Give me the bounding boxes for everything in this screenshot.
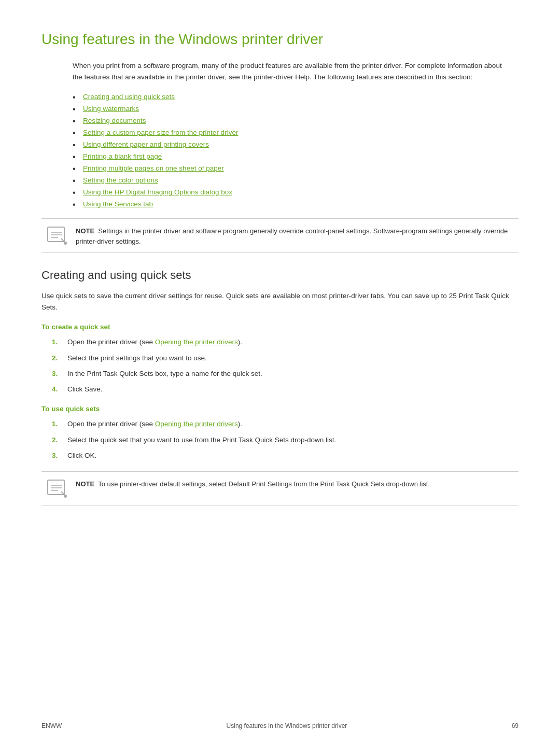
- link-opening-drivers-1[interactable]: Opening the printer drivers: [155, 338, 238, 346]
- create-steps-list: 1. Open the printer driver (see Opening …: [52, 337, 519, 395]
- list-item: Setting a custom paper size from the pri…: [73, 129, 519, 136]
- note-label-1: NOTE: [76, 227, 94, 235]
- page-title: Using features in the Windows printer dr…: [41, 31, 519, 48]
- use-step-1: 1. Open the printer driver (see Opening …: [52, 419, 519, 429]
- list-item: Printing multiple pages on one sheet of …: [73, 164, 519, 172]
- subsection-title-create: To create a quick set: [41, 323, 519, 331]
- note-label-2: NOTE: [76, 480, 94, 488]
- link-color-options[interactable]: Setting the color options: [83, 176, 158, 184]
- note-text-1: NOTE Settings in the printer driver and …: [76, 225, 519, 246]
- list-item: Printing a blank first page: [73, 152, 519, 160]
- use-step-2: 2. Select the quick set that you want to…: [52, 435, 519, 445]
- list-item: Setting the color options: [73, 176, 519, 184]
- feature-list: Creating and using quick sets Using wate…: [73, 93, 519, 208]
- intro-text: When you print from a software program, …: [73, 60, 508, 82]
- create-step-4: 4. Click Save.: [52, 384, 519, 395]
- link-multiple-pages[interactable]: Printing multiple pages on one sheet of …: [83, 164, 224, 172]
- list-item: Resizing documents: [73, 117, 519, 124]
- note-icon-2: [47, 478, 67, 499]
- link-services-tab[interactable]: Using the Services tab: [83, 200, 153, 208]
- footer-page-number: 69: [512, 722, 519, 729]
- svg-point-4: [64, 242, 67, 245]
- page-footer: ENWW Using features in the Windows print…: [41, 722, 519, 729]
- use-steps-list: 1. Open the printer driver (see Opening …: [52, 419, 519, 461]
- footer-center: Using features in the Windows printer dr…: [227, 722, 347, 729]
- create-step-2: 2. Select the print settings that you wa…: [52, 353, 519, 363]
- section-body-1: Use quick sets to save the current drive…: [41, 290, 519, 313]
- subsection-title-use: To use quick sets: [41, 405, 519, 413]
- note-box-2: NOTE To use printer-driver default setti…: [41, 471, 519, 505]
- link-hp-digital-imaging[interactable]: Using the HP Digital Imaging Options dia…: [83, 188, 232, 196]
- footer-left: ENWW: [41, 722, 62, 729]
- note-text-2: NOTE To use printer-driver default setti…: [76, 478, 430, 489]
- list-item: Creating and using quick sets: [73, 93, 519, 101]
- link-different-paper[interactable]: Using different paper and printing cover…: [83, 140, 209, 148]
- note-icon-1: [47, 225, 67, 246]
- svg-point-9: [64, 495, 67, 498]
- list-item: Using watermarks: [73, 105, 519, 113]
- link-creating-quick-sets[interactable]: Creating and using quick sets: [83, 93, 175, 101]
- use-step-3: 3. Click OK.: [52, 451, 519, 461]
- list-item: Using different paper and printing cover…: [73, 140, 519, 148]
- link-opening-drivers-2[interactable]: Opening the printer drivers: [155, 420, 238, 428]
- create-step-3: 3. In the Print Task Quick Sets box, typ…: [52, 369, 519, 379]
- link-custom-paper-size[interactable]: Setting a custom paper size from the pri…: [83, 129, 238, 136]
- list-item: Using the HP Digital Imaging Options dia…: [73, 188, 519, 196]
- create-step-1: 1. Open the printer driver (see Opening …: [52, 337, 519, 347]
- link-blank-first-page[interactable]: Printing a blank first page: [83, 152, 162, 160]
- list-item: Using the Services tab: [73, 200, 519, 208]
- note-box-1: NOTE Settings in the printer driver and …: [41, 218, 519, 253]
- link-resizing-documents[interactable]: Resizing documents: [83, 117, 146, 124]
- link-using-watermarks[interactable]: Using watermarks: [83, 105, 139, 113]
- section-title-1: Creating and using quick sets: [41, 269, 519, 282]
